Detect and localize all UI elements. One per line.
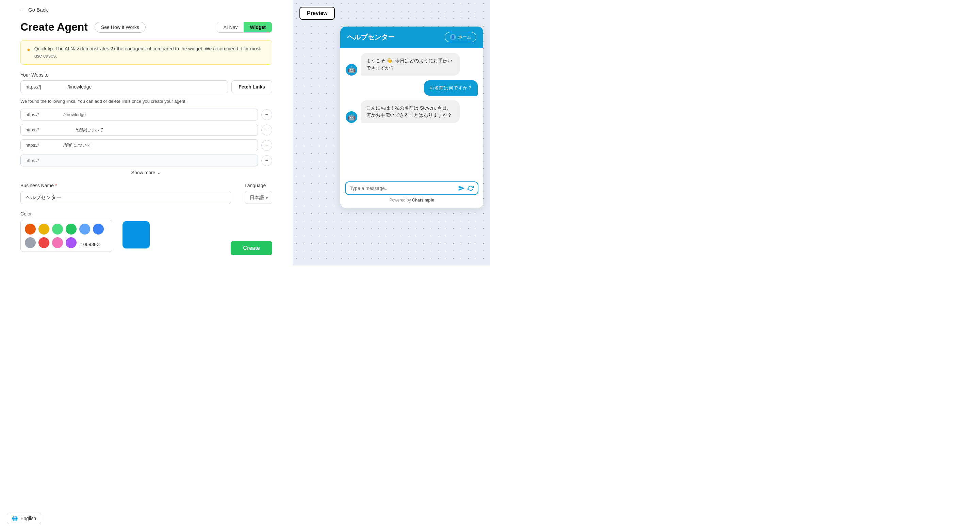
- chat-input-area: Powered by Chatsimple: [340, 177, 483, 208]
- swatch-gray[interactable]: [25, 237, 36, 248]
- go-back-button[interactable]: ← Go Back: [21, 7, 48, 13]
- website-input[interactable]: [21, 80, 228, 93]
- language-label: Language: [245, 183, 272, 188]
- link-input-2[interactable]: [21, 124, 258, 136]
- website-label: Your Website: [21, 72, 272, 78]
- remove-link-2-button[interactable]: −: [261, 124, 272, 136]
- send-button[interactable]: [458, 185, 465, 191]
- swatch-yellow[interactable]: [38, 224, 49, 234]
- header-row: Create Agent See How It Works AI Nav Wid…: [21, 21, 272, 33]
- create-button[interactable]: Create: [231, 241, 272, 255]
- chat-widget: ヘルプセンター 👤 ホーム 🤖 ようこそ 👋! 今日はどのようにお手伝いできます…: [340, 27, 483, 208]
- page-title: Create Agent: [21, 21, 88, 33]
- user-icon: 👤: [450, 34, 456, 40]
- chat-home-label: ホーム: [458, 34, 471, 40]
- swatch-purple[interactable]: [66, 237, 76, 248]
- swatch-blue[interactable]: [93, 224, 104, 234]
- refresh-button[interactable]: [468, 185, 474, 191]
- swatch-red[interactable]: [38, 237, 49, 248]
- show-more-label: Show more: [131, 170, 156, 175]
- language-col: Language 日本語 English 中文 한국어 Español: [245, 183, 272, 204]
- chat-message-input[interactable]: [350, 185, 455, 191]
- tab-ai-nav[interactable]: AI Nav: [217, 22, 243, 32]
- business-name-col: Business Name: [21, 183, 231, 204]
- remove-link-1-button[interactable]: −: [261, 109, 272, 120]
- chat-input-row: [345, 182, 479, 195]
- message-row-1: 🤖 ようこそ 👋! 今日はどのようにお手伝いできますか？: [346, 53, 478, 76]
- link-item: −: [21, 124, 272, 136]
- link-input-4[interactable]: [21, 155, 258, 166]
- swatch-light-blue[interactable]: [79, 224, 90, 234]
- chevron-down-icon: ⌄: [157, 170, 161, 175]
- chat-header-title: ヘルプセンター: [347, 33, 395, 42]
- go-back-label: Go Back: [28, 7, 48, 13]
- business-name-input[interactable]: [21, 191, 231, 204]
- link-item: −: [21, 108, 272, 121]
- message-bubble-3: こんにちは！私の名前は Steven. 今日、何かお手伝いできることはありますか…: [361, 100, 460, 123]
- chat-body: 🤖 ようこそ 👋! 今日はどのようにお手伝いできますか？ お名前は何ですか？ 🤖…: [340, 48, 483, 177]
- language-select-wrap: 日本語 English 中文 한국어 Español: [245, 191, 272, 204]
- remove-link-4-button[interactable]: −: [261, 155, 272, 166]
- color-preview: [123, 221, 150, 249]
- arrow-left-icon: ←: [21, 7, 25, 13]
- warning-icon: ●: [27, 46, 30, 54]
- business-name-label: Business Name: [21, 183, 231, 188]
- message-row-2: お名前は何ですか？: [346, 80, 478, 96]
- left-panel: ← Go Back Create Agent See How It Works …: [0, 0, 293, 266]
- hex-hash: #: [79, 242, 82, 247]
- swatch-pink[interactable]: [52, 237, 63, 248]
- bot-avatar-1: 🤖: [346, 64, 357, 76]
- hex-row: #: [79, 241, 107, 248]
- chat-home-button[interactable]: 👤 ホーム: [445, 32, 476, 42]
- remove-link-3-button[interactable]: −: [261, 140, 272, 151]
- message-row-3: 🤖 こんにちは！私の名前は Steven. 今日、何かお手伝いできることはありま…: [346, 100, 478, 123]
- chat-header: ヘルプセンター 👤 ホーム: [340, 27, 483, 48]
- tip-text: Quick tip: The AI Nav demonstrates 2x th…: [34, 45, 266, 59]
- brand-name: Chatsimple: [412, 198, 434, 203]
- links-description: We found the following links. You can ad…: [21, 99, 272, 104]
- form-two-col: Business Name Language 日本語 English 中文 한국…: [21, 183, 272, 204]
- tab-widget[interactable]: Widget: [243, 22, 272, 32]
- preview-badge: Preview: [299, 7, 335, 20]
- language-select[interactable]: 日本語 English 中文 한국어 Español: [245, 191, 272, 204]
- link-item: −: [21, 139, 272, 151]
- link-input-1[interactable]: [21, 108, 258, 121]
- swatch-orange[interactable]: [25, 224, 36, 234]
- color-label: Color: [21, 211, 272, 217]
- link-item: −: [21, 155, 272, 166]
- tab-group: AI Nav Widget: [217, 22, 272, 33]
- powered-by: Powered by Chatsimple: [345, 195, 479, 204]
- show-more-button[interactable]: Show more ⌄: [131, 170, 162, 175]
- fetch-links-button[interactable]: Fetch Links: [231, 80, 272, 93]
- hex-input[interactable]: [83, 242, 107, 247]
- swatch-green[interactable]: [66, 224, 76, 234]
- website-row: Fetch Links: [21, 80, 272, 93]
- swatch-light-green[interactable]: [52, 224, 63, 234]
- tip-box: ● Quick tip: The AI Nav demonstrates 2x …: [21, 40, 272, 65]
- link-input-3[interactable]: [21, 139, 258, 151]
- message-bubble-1: ようこそ 👋! 今日はどのようにお手伝いできますか？: [361, 53, 460, 76]
- message-bubble-2: お名前は何ですか？: [424, 80, 478, 96]
- color-swatches: #: [21, 220, 112, 252]
- see-how-button[interactable]: See How It Works: [95, 22, 146, 33]
- right-panel: Preview ヘルプセンター 👤 ホーム 🤖 ようこそ 👋! 今日はどのように…: [293, 0, 490, 266]
- bot-avatar-2: 🤖: [346, 111, 357, 123]
